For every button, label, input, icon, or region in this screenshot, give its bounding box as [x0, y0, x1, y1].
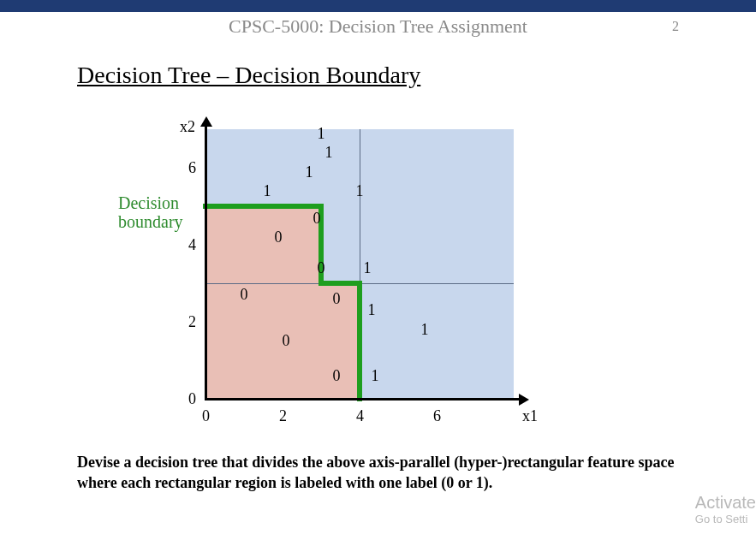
x-axis-label: x1	[522, 407, 538, 425]
xtick-4: 4	[356, 407, 364, 425]
y-axis	[205, 123, 207, 400]
point-0-c: 0	[283, 332, 290, 350]
xtick-2: 2	[279, 407, 287, 425]
window-top-bar	[0, 0, 756, 12]
point-1-b: 1	[306, 163, 313, 181]
boundary-seg-4	[357, 281, 362, 401]
point-1-a: 1	[264, 182, 271, 200]
point-0-g: 0	[333, 367, 341, 385]
point-1-e: 1	[356, 182, 364, 200]
point-1-d: 1	[325, 144, 333, 162]
point-1-c: 1	[318, 125, 325, 143]
x-axis	[205, 398, 521, 400]
point-0-a: 0	[241, 286, 248, 304]
point-0-f: 0	[333, 290, 341, 308]
xtick-6: 6	[433, 407, 441, 425]
watermark-line2: Go to Setti	[695, 513, 756, 525]
decision-boundary-chart: x2 x1 0 2 4 6 0 2 4 6 Decision boundary …	[103, 99, 548, 442]
region-class0-upper	[205, 206, 321, 283]
watermark-line1: Activate	[695, 493, 756, 513]
decision-boundary-label: Decision boundary	[118, 193, 183, 231]
header-title: CPSC-5000: Decision Tree Assignment	[0, 12, 756, 38]
ytick-6: 6	[188, 159, 196, 177]
x-axis-arrow-icon	[519, 394, 529, 406]
legend-line1: Decision	[118, 193, 179, 212]
point-0-e: 0	[318, 259, 325, 277]
windows-activation-watermark: Activate Go to Setti	[695, 493, 756, 525]
point-1-i: 1	[421, 321, 429, 339]
page-number: 2	[672, 19, 679, 34]
assignment-prompt: Devise a decision tree that divides the …	[77, 452, 679, 494]
slide-content: Decision Tree – Decision Boundary x2 x1 …	[0, 46, 756, 494]
slide-header: CPSC-5000: Decision Tree Assignment 2	[0, 12, 756, 46]
ytick-0: 0	[188, 390, 196, 408]
xtick-0: 0	[202, 407, 210, 425]
y-axis-arrow-icon	[200, 116, 212, 127]
point-1-f: 1	[364, 259, 372, 277]
point-1-h: 1	[372, 367, 379, 385]
point-0-d: 0	[313, 210, 321, 228]
ytick-2: 2	[188, 313, 196, 331]
section-title: Decision Tree – Decision Boundary	[77, 62, 679, 89]
boundary-seg-3	[318, 281, 362, 286]
boundary-seg-1	[203, 204, 324, 209]
point-1-g: 1	[368, 301, 376, 319]
point-0-b: 0	[275, 228, 283, 246]
legend-line2: boundary	[118, 212, 183, 231]
ytick-4: 4	[188, 236, 196, 254]
y-axis-label: x2	[180, 118, 195, 136]
